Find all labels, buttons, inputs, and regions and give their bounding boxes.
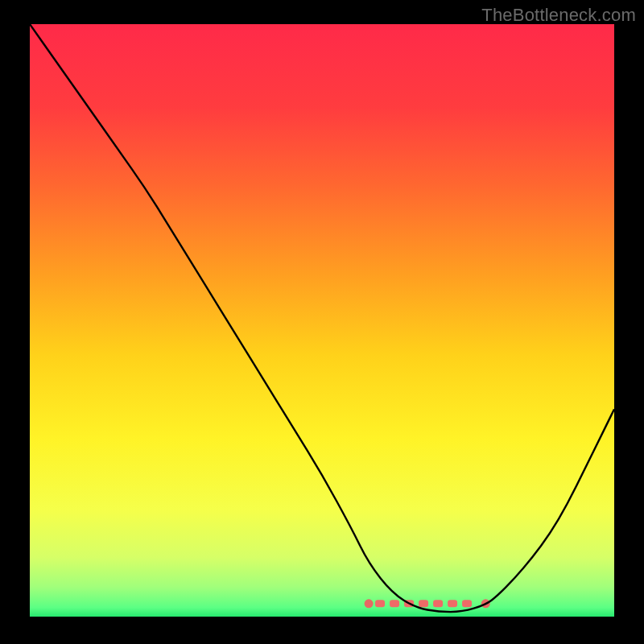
watermark-text: TheBottleneck.com xyxy=(481,5,636,26)
chart-frame: TheBottleneck.com xyxy=(0,0,644,644)
plot-area xyxy=(30,24,614,617)
bottleneck-chart xyxy=(30,24,614,617)
band-dash xyxy=(462,600,472,607)
gradient-background xyxy=(30,24,614,617)
band-dash xyxy=(419,600,428,607)
band-dash xyxy=(375,600,385,607)
band-end-left xyxy=(365,599,374,608)
band-dash xyxy=(433,600,443,607)
band-dash xyxy=(448,600,457,607)
band-dash xyxy=(390,600,399,607)
